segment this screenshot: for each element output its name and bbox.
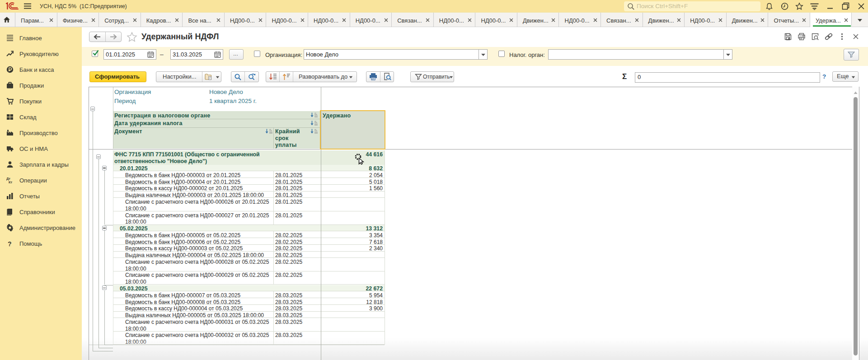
svg-text:Кт: Кт [9, 180, 13, 184]
svg-text:?: ? [8, 240, 12, 247]
